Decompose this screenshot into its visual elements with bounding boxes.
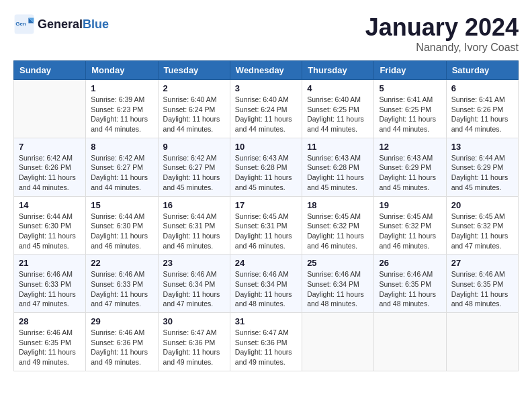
daylight-text: Daylight: 11 hours and 49 minutes. xyxy=(163,347,225,367)
day-number: 9 xyxy=(163,142,225,152)
header-tuesday: Tuesday xyxy=(158,61,230,80)
sunset-text: Sunset: 6:27 PM xyxy=(163,163,225,173)
daylight-text: Daylight: 11 hours and 47 minutes. xyxy=(451,231,513,250)
day-info: Sunrise: 6:46 AM Sunset: 6:33 PM Dayligh… xyxy=(91,269,152,309)
table-row: 5 Sunrise: 6:41 AM Sunset: 6:25 PM Dayli… xyxy=(374,80,446,138)
daylight-text: Daylight: 11 hours and 46 minutes. xyxy=(163,231,225,250)
sunset-text: Sunset: 6:31 PM xyxy=(163,221,225,231)
header-friday: Friday xyxy=(374,61,446,80)
daylight-text: Daylight: 11 hours and 46 minutes. xyxy=(235,231,297,250)
table-row: 16 Sunrise: 6:44 AM Sunset: 6:31 PM Dayl… xyxy=(158,196,230,255)
table-row: 15 Sunrise: 6:44 AM Sunset: 6:30 PM Dayl… xyxy=(86,196,158,255)
sunrise-text: Sunrise: 6:45 AM xyxy=(307,212,369,222)
sunrise-text: Sunrise: 6:47 AM xyxy=(235,328,297,338)
daylight-text: Daylight: 11 hours and 44 minutes. xyxy=(91,173,152,192)
sunrise-text: Sunrise: 6:40 AM xyxy=(235,95,297,105)
day-number: 6 xyxy=(451,83,513,93)
sunset-text: Sunset: 6:24 PM xyxy=(163,105,225,115)
header-saturday: Saturday xyxy=(446,61,518,80)
sunrise-text: Sunrise: 6:39 AM xyxy=(91,95,152,105)
day-number: 12 xyxy=(379,142,441,152)
day-info: Sunrise: 6:46 AM Sunset: 6:34 PM Dayligh… xyxy=(235,269,297,309)
sunrise-text: Sunrise: 6:46 AM xyxy=(163,269,225,279)
day-info: Sunrise: 6:46 AM Sunset: 6:34 PM Dayligh… xyxy=(163,269,225,309)
day-number: 11 xyxy=(307,142,369,152)
day-info: Sunrise: 6:46 AM Sunset: 6:33 PM Dayligh… xyxy=(19,269,81,309)
sunrise-text: Sunrise: 6:43 AM xyxy=(379,153,441,163)
day-number: 17 xyxy=(235,200,297,210)
calendar-table: Sunday Monday Tuesday Wednesday Thursday… xyxy=(13,60,519,371)
daylight-text: Daylight: 11 hours and 45 minutes. xyxy=(379,173,441,192)
sunset-text: Sunset: 6:33 PM xyxy=(91,279,152,289)
day-info: Sunrise: 6:40 AM Sunset: 6:24 PM Dayligh… xyxy=(235,95,297,134)
day-number: 27 xyxy=(451,258,513,268)
calendar-week-row: 28 Sunrise: 6:46 AM Sunset: 6:35 PM Dayl… xyxy=(14,313,519,371)
table-row: 4 Sunrise: 6:40 AM Sunset: 6:25 PM Dayli… xyxy=(302,80,374,138)
daylight-text: Daylight: 11 hours and 48 minutes. xyxy=(379,289,441,309)
table-row: 11 Sunrise: 6:43 AM Sunset: 6:28 PM Dayl… xyxy=(302,138,374,196)
table-row: 29 Sunrise: 6:46 AM Sunset: 6:36 PM Dayl… xyxy=(86,313,158,371)
day-info: Sunrise: 6:46 AM Sunset: 6:36 PM Dayligh… xyxy=(91,328,152,367)
day-info: Sunrise: 6:40 AM Sunset: 6:24 PM Dayligh… xyxy=(163,95,225,134)
day-info: Sunrise: 6:45 AM Sunset: 6:32 PM Dayligh… xyxy=(451,212,513,251)
sunrise-text: Sunrise: 6:43 AM xyxy=(307,153,369,163)
weekday-header-row: Sunday Monday Tuesday Wednesday Thursday… xyxy=(14,61,519,80)
table-row xyxy=(446,313,518,371)
table-row: 21 Sunrise: 6:46 AM Sunset: 6:33 PM Dayl… xyxy=(14,255,86,313)
day-number: 30 xyxy=(163,316,225,326)
sunset-text: Sunset: 6:29 PM xyxy=(379,163,441,173)
day-info: Sunrise: 6:46 AM Sunset: 6:34 PM Dayligh… xyxy=(307,269,369,309)
daylight-text: Daylight: 11 hours and 47 minutes. xyxy=(19,289,81,309)
day-info: Sunrise: 6:46 AM Sunset: 6:35 PM Dayligh… xyxy=(379,269,441,309)
daylight-text: Daylight: 11 hours and 48 minutes. xyxy=(307,289,369,309)
calendar-week-row: 1 Sunrise: 6:39 AM Sunset: 6:23 PM Dayli… xyxy=(14,80,519,138)
sunrise-text: Sunrise: 6:41 AM xyxy=(451,95,513,105)
header-thursday: Thursday xyxy=(302,61,374,80)
daylight-text: Daylight: 11 hours and 45 minutes. xyxy=(451,173,513,192)
day-number: 21 xyxy=(19,258,81,268)
day-number: 10 xyxy=(235,142,297,152)
daylight-text: Daylight: 11 hours and 45 minutes. xyxy=(19,231,81,250)
day-info: Sunrise: 6:40 AM Sunset: 6:25 PM Dayligh… xyxy=(307,95,369,134)
sunset-text: Sunset: 6:28 PM xyxy=(307,163,369,173)
day-info: Sunrise: 6:42 AM Sunset: 6:27 PM Dayligh… xyxy=(91,153,152,193)
sunrise-text: Sunrise: 6:46 AM xyxy=(19,328,81,338)
sunset-text: Sunset: 6:32 PM xyxy=(379,221,441,231)
daylight-text: Daylight: 11 hours and 45 minutes. xyxy=(163,173,225,192)
sunrise-text: Sunrise: 6:46 AM xyxy=(235,269,297,279)
day-number: 3 xyxy=(235,83,297,93)
sunrise-text: Sunrise: 6:42 AM xyxy=(91,153,152,163)
day-number: 25 xyxy=(307,258,369,268)
calendar-week-row: 21 Sunrise: 6:46 AM Sunset: 6:33 PM Dayl… xyxy=(14,255,519,313)
daylight-text: Daylight: 11 hours and 48 minutes. xyxy=(235,289,297,309)
sunset-text: Sunset: 6:35 PM xyxy=(451,279,513,289)
month-year-title: January 2024 xyxy=(365,13,519,42)
daylight-text: Daylight: 11 hours and 46 minutes. xyxy=(379,231,441,250)
sunset-text: Sunset: 6:30 PM xyxy=(19,221,81,231)
day-number: 29 xyxy=(91,316,152,326)
title-section: January 2024 Nanandy, Ivory Coast xyxy=(365,13,519,54)
table-row: 26 Sunrise: 6:46 AM Sunset: 6:35 PM Dayl… xyxy=(374,255,446,313)
sunrise-text: Sunrise: 6:41 AM xyxy=(379,95,441,105)
sunset-text: Sunset: 6:31 PM xyxy=(235,221,297,231)
table-row: 24 Sunrise: 6:46 AM Sunset: 6:34 PM Dayl… xyxy=(230,255,302,313)
logo-text: GeneralBlue xyxy=(38,17,109,32)
table-row: 23 Sunrise: 6:46 AM Sunset: 6:34 PM Dayl… xyxy=(158,255,230,313)
table-row: 20 Sunrise: 6:45 AM Sunset: 6:32 PM Dayl… xyxy=(446,196,518,255)
daylight-text: Daylight: 11 hours and 44 minutes. xyxy=(91,114,152,134)
sunrise-text: Sunrise: 6:42 AM xyxy=(163,153,225,163)
day-info: Sunrise: 6:44 AM Sunset: 6:30 PM Dayligh… xyxy=(19,212,81,251)
daylight-text: Daylight: 11 hours and 44 minutes. xyxy=(163,114,225,134)
sunset-text: Sunset: 6:24 PM xyxy=(235,105,297,115)
day-number: 31 xyxy=(235,316,297,326)
table-row: 17 Sunrise: 6:45 AM Sunset: 6:31 PM Dayl… xyxy=(230,196,302,255)
sunrise-text: Sunrise: 6:42 AM xyxy=(19,153,81,163)
sunrise-text: Sunrise: 6:40 AM xyxy=(307,95,369,105)
svg-text:Gen: Gen xyxy=(15,21,26,27)
sunrise-text: Sunrise: 6:46 AM xyxy=(91,269,152,279)
table-row: 31 Sunrise: 6:47 AM Sunset: 6:36 PM Dayl… xyxy=(230,313,302,371)
table-row: 12 Sunrise: 6:43 AM Sunset: 6:29 PM Dayl… xyxy=(374,138,446,196)
day-number: 4 xyxy=(307,83,369,93)
daylight-text: Daylight: 11 hours and 45 minutes. xyxy=(235,173,297,192)
table-row: 28 Sunrise: 6:46 AM Sunset: 6:35 PM Dayl… xyxy=(14,313,86,371)
